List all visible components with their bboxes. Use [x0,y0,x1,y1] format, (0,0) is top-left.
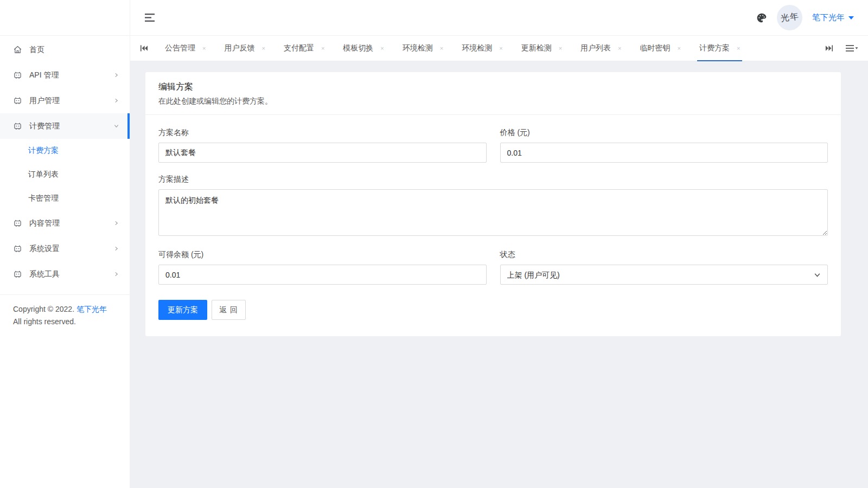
sidebar-subitem-order-list[interactable]: 订单列表 [0,163,130,187]
status-select[interactable]: 上架 (用户可见) [500,265,828,285]
tab-user-list[interactable]: 用户列表 × [577,36,624,61]
sidebar-item-home[interactable]: 首页 [0,37,130,62]
tab-label: 临时密钥 [640,43,671,53]
sidebar-logo-area [0,0,130,36]
price-label: 价格 (元) [500,128,828,138]
balance-label: 可得余额 (元) [158,250,487,260]
field-price: 价格 (元) [500,128,828,163]
balance-input[interactable] [158,265,487,285]
robot-icon [13,269,22,279]
robot-icon [13,219,22,228]
tab-label: 公告管理 [165,43,195,53]
field-plan-name: 方案名称 [158,128,487,163]
tabbar: 公告管理 × 用户反馈 × 支付配置 × 模板切换 × 环境检测 × [130,36,868,61]
tab-label: 用户反馈 [224,43,254,53]
field-balance: 可得余额 (元) [158,250,487,285]
tab-close-icon[interactable]: × [499,46,502,52]
plan-name-label: 方案名称 [158,128,487,138]
back-button[interactable]: 返 回 [212,300,246,320]
update-plan-button[interactable]: 更新方案 [158,300,207,320]
tab-close-icon[interactable]: × [618,46,621,52]
chevron-down-icon [114,124,119,129]
tab-label: 更新检测 [521,43,552,53]
sidebar-item-label: 用户管理 [29,96,60,106]
sidebar-item-billing[interactable]: 计费管理 [0,113,130,139]
card-body: 方案名称 价格 (元) 方案描述 默认的初始套餐 [145,115,841,336]
menu-fold-icon[interactable] [144,13,156,22]
price-input[interactable] [500,143,828,163]
sidebar-subitem-billing-plan[interactable]: 计费方案 [0,139,130,163]
tab-label: 计费方案 [699,43,730,53]
tabs-scroll-start-icon[interactable] [140,44,148,52]
main-area: 光年 笔下光年 公告管理 × 用户反馈 × [130,0,868,488]
sidebar-item-tools[interactable]: 系统工具 [0,261,130,287]
sidebar-item-label: 系统设置 [29,244,60,254]
tab-close-icon[interactable]: × [202,46,206,52]
sidebar-item-content[interactable]: 内容管理 [0,210,130,236]
tab-template-switch[interactable]: 模板切换 × [340,36,387,61]
sidebar-subitem-card-keys[interactable]: 卡密管理 [0,187,130,210]
button-row: 更新方案 返 回 [158,300,828,320]
tab-close-icon[interactable]: × [440,46,443,52]
content-area: 编辑方案 在此处创建或编辑您的计费方案。 方案名称 价格 (元) [130,61,868,488]
tab-announcements[interactable]: 公告管理 × [162,36,209,61]
tabs-list: 公告管理 × 用户反馈 × 支付配置 × 模板切换 × 环境检测 × [156,36,820,61]
tabbar-right [820,44,858,52]
tab-user-feedback[interactable]: 用户反馈 × [221,36,268,61]
caret-down-icon [848,16,854,20]
tab-label: 环境检测 [403,43,433,53]
description-textarea[interactable]: 默认的初始套餐 [158,189,828,236]
tab-label: 支付配置 [284,43,314,53]
card-header: 编辑方案 在此处创建或编辑您的计费方案。 [145,72,841,115]
description-label: 方案描述 [158,175,828,184]
tabs-menu-icon[interactable] [845,44,858,52]
copyright-link[interactable]: 笔下光年 [76,305,107,313]
chevron-right-icon [114,73,119,78]
status-label: 状态 [500,250,828,260]
sidebar-item-label: 内容管理 [29,219,60,228]
tab-payment-config[interactable]: 支付配置 × [280,36,328,61]
home-icon [13,45,22,54]
tab-close-icon[interactable]: × [380,46,384,52]
topbar: 光年 笔下光年 [130,0,868,36]
tab-label: 用户列表 [580,43,611,53]
tab-close-icon[interactable]: × [559,46,562,52]
sidebar: 首页 API 管理 用户管理 [0,0,130,488]
chevron-right-icon [114,272,119,277]
theme-palette-icon[interactable] [756,12,767,23]
tab-update-check[interactable]: 更新检测 × [518,36,565,61]
page-title: 编辑方案 [158,81,828,93]
sidebar-menu: 首页 API 管理 用户管理 [0,36,130,287]
edit-plan-card: 编辑方案 在此处创建或编辑您的计费方案。 方案名称 价格 (元) [145,72,841,336]
tab-temp-keys[interactable]: 临时密钥 × [637,36,684,61]
sidebar-item-label: 首页 [29,45,44,55]
user-name: 笔下光年 [812,12,845,23]
user-menu-trigger[interactable]: 笔下光年 [812,12,854,23]
robot-icon [13,70,22,80]
sidebar-item-label: 系统工具 [29,269,60,279]
tab-env-check-2[interactable]: 环境检测 × [458,36,506,61]
chevron-right-icon [114,221,119,226]
sidebar-subitem-label: 订单列表 [28,170,59,179]
tab-close-icon[interactable]: × [261,46,265,52]
tab-billing-plan[interactable]: 计费方案 × [696,36,743,61]
sidebar-item-api[interactable]: API 管理 [0,62,130,88]
user-avatar[interactable]: 光年 [777,5,802,30]
tab-label: 环境检测 [462,43,492,53]
tab-close-icon[interactable]: × [678,46,681,52]
tab-close-icon[interactable]: × [737,46,740,52]
page-subtitle: 在此处创建或编辑您的计费方案。 [158,97,828,106]
app-window: 首页 API 管理 用户管理 [0,0,868,488]
robot-icon [13,121,22,131]
field-description: 方案描述 默认的初始套餐 [158,175,828,238]
sidebar-item-label: 计费管理 [29,121,60,131]
chevron-right-icon [114,98,119,103]
sidebar-item-users[interactable]: 用户管理 [0,88,130,113]
sidebar-subitem-label: 卡密管理 [28,194,59,203]
tabs-scroll-end-icon[interactable] [825,44,833,52]
avatar-text: 光年 [780,11,800,25]
sidebar-item-settings[interactable]: 系统设置 [0,236,130,261]
plan-name-input[interactable] [158,143,487,163]
tab-env-check-1[interactable]: 环境检测 × [399,36,446,61]
tab-close-icon[interactable]: × [321,46,324,52]
